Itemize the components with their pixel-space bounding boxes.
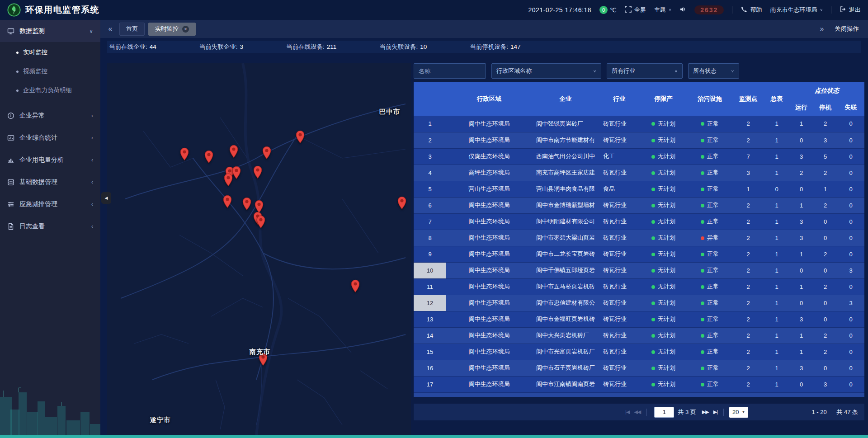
- tabs-scroll-right-button[interactable]: »: [816, 23, 827, 35]
- col-lost[interactable]: 失联: [837, 99, 864, 116]
- cell-region: 阆中生态环境局: [446, 262, 532, 278]
- cell-meters: 1: [764, 230, 789, 246]
- map-pin[interactable]: [256, 216, 266, 231]
- page-size-select[interactable]: 20 ▼: [729, 407, 748, 418]
- table-row[interactable]: 13阆中生态环境局阆中市金福旺页岩机砖砖瓦行业无计划正常21300: [414, 311, 864, 327]
- speaker-button[interactable]: [679, 6, 686, 14]
- map-pin[interactable]: [262, 146, 271, 161]
- tab-realtime-monitoring[interactable]: 实时监控 ×: [148, 23, 196, 36]
- name-filter-input[interactable]: [414, 63, 486, 79]
- theme-dropdown[interactable]: 主题 ∨: [654, 6, 672, 14]
- map-pin[interactable]: [253, 165, 263, 180]
- logout-button[interactable]: 退出: [840, 6, 861, 14]
- table-row[interactable]: 1阆中生态环境局阆中强锐页岩砖厂砖瓦行业无计划正常21120: [414, 116, 864, 132]
- table-row[interactable]: 7阆中生态环境局阆中明阳建材有限公司砖瓦行业无计划正常21300: [414, 213, 864, 230]
- table-row[interactable]: 14阆中生态环境局阆中大兴页岩机砖厂砖瓦行业无计划正常21120: [414, 327, 864, 344]
- fullscreen-button[interactable]: 全屏: [625, 6, 646, 14]
- tabs-scroll-left-button[interactable]: «: [105, 23, 116, 35]
- cell-lost: 0: [837, 344, 864, 360]
- cell-meters: 1: [764, 360, 789, 376]
- sidebar-item-video-monitoring[interactable]: 视频监控: [0, 62, 100, 81]
- col-running[interactable]: 运行: [789, 99, 813, 116]
- industry-filter-select[interactable]: 所有行业 ∨: [607, 63, 683, 79]
- table-row[interactable]: 10阆中生态环境局阆中千佛镇五郎垭页岩砖瓦行业无计划正常21003: [414, 262, 864, 278]
- col-meters[interactable]: 总表: [764, 82, 789, 116]
- table-row[interactable]: 16阆中生态环境局阆中市石子页岩机砖厂砖瓦行业无计划正常21300: [414, 360, 864, 376]
- col-enterprise[interactable]: 企业: [532, 82, 599, 116]
- next-page-button[interactable]: ▶▶: [700, 409, 711, 415]
- cell-lost: 0: [837, 327, 864, 344]
- cell-meters: 1: [764, 344, 789, 360]
- cell-meters: 1: [764, 327, 789, 344]
- cell-lost: 0: [837, 165, 864, 181]
- first-page-button[interactable]: |◀: [623, 409, 632, 415]
- map-pin[interactable]: [397, 197, 406, 212]
- cell-running: 1: [789, 246, 813, 262]
- help-button[interactable]: 帮助: [741, 6, 762, 14]
- col-points[interactable]: 监测点: [732, 82, 764, 116]
- map-pin[interactable]: [295, 130, 305, 145]
- sidebar-section-enterprise-abnormal[interactable]: 企业异常 ‹: [0, 104, 100, 127]
- table-row[interactable]: 5营山生态环境局营山县润丰肉食品有限食品无计划正常10010: [414, 181, 864, 197]
- stat-item: 当前在线设备:211: [286, 43, 336, 51]
- cell-stopped: 2: [813, 197, 837, 213]
- status-filter-select[interactable]: 所有状态 ∨: [688, 63, 739, 79]
- cell-region: 阆中生态环境局: [446, 360, 532, 376]
- alert-count-badge[interactable]: 2632: [694, 5, 724, 14]
- map-pin[interactable]: [223, 195, 232, 210]
- table-row[interactable]: 9阆中生态环境局阆中市二龙长宝页岩砖砖瓦行业无计划正常21120: [414, 246, 864, 262]
- chevron-down-icon: ∨: [89, 28, 93, 34]
- cell-running: 0: [789, 392, 813, 397]
- sidebar-section-emergency-reduction[interactable]: 应急减排管理 ‹: [0, 193, 100, 215]
- region-filter-select[interactable]: 行政区域名称 ∨: [491, 63, 601, 79]
- map-panel[interactable]: 巴中市南充市遂宁市: [107, 63, 411, 435]
- topbar: 环保用电监管系统 2021-02-25 17:46:18 0 ℃ 全屏 主题 ∨…: [0, 0, 868, 20]
- prev-page-button[interactable]: ◀◀: [632, 409, 643, 415]
- sidebar-section-data-monitoring[interactable]: 数据监测 ∨: [0, 20, 100, 42]
- org-dropdown[interactable]: 南充市生态环境局 ∨: [770, 6, 823, 14]
- tab-home[interactable]: 首页: [119, 23, 145, 36]
- status-cell: 正常: [687, 327, 732, 344]
- col-region[interactable]: 行政区域: [446, 82, 532, 116]
- page-number-input[interactable]: [654, 407, 674, 418]
- sidebar-item-realtime-monitoring[interactable]: 实时监控: [0, 43, 100, 62]
- map-collapse-button[interactable]: ◀: [101, 192, 111, 204]
- status-cell: 正常: [687, 132, 732, 148]
- table-row[interactable]: 11阆中生态环境局阆中市五马桥页岩机砖砖瓦行业无计划正常21120: [414, 278, 864, 295]
- chevron-down-icon: ∨: [593, 69, 596, 73]
- map-pin[interactable]: [204, 150, 214, 165]
- status-dot-icon: [651, 334, 655, 338]
- map-pin[interactable]: [179, 147, 189, 162]
- sidebar-section-base-data[interactable]: 基础数据管理 ‹: [0, 171, 100, 193]
- col-production[interactable]: 停限产: [640, 82, 687, 116]
- table-row[interactable]: 17阆中生态环境局阆中市江南镇阆南页岩砖瓦行业无计划正常21030: [414, 376, 864, 392]
- col-stopped[interactable]: 停机: [813, 99, 837, 116]
- table-row[interactable]: 18南部生态环境局南部县页岩机砖有限公砖瓦行业无计划正常21030: [414, 392, 864, 397]
- sidebar-section-enterprise-statistics[interactable]: 企业综合统计 ‹: [0, 127, 100, 149]
- table-row[interactable]: 8阆中生态环境局阆中市枣碧大梁山页岩砖瓦行业无计划异常21300: [414, 230, 864, 246]
- close-operations-button[interactable]: 关闭操作: [835, 25, 859, 33]
- map-pin[interactable]: [242, 197, 252, 212]
- map-pin[interactable]: [224, 173, 233, 188]
- status-cell: 正常: [687, 246, 732, 262]
- total-pages-label: 共 3 页: [678, 408, 696, 416]
- table-row[interactable]: 4高坪生态环境局南充市高坪区王家店建砖瓦行业无计划正常31220: [414, 165, 864, 181]
- table-row[interactable]: 2阆中生态环境局阆中市南方节能建材有砖瓦行业无计划正常21030: [414, 132, 864, 148]
- tab-close-icon[interactable]: ×: [182, 26, 189, 33]
- map-pin[interactable]: [351, 279, 360, 294]
- sidebar-section-label: 企业综合统计: [19, 134, 57, 142]
- table-row[interactable]: 12阆中生态环境局阆中市忠信建材有限公砖瓦行业无计划正常21003: [414, 295, 864, 311]
- table-row[interactable]: 15阆中生态环境局阆中市光富页岩机砖厂砖瓦行业无计划正常21120: [414, 344, 864, 360]
- cell-stopped: 0: [813, 360, 837, 376]
- col-facility[interactable]: 治污设施: [687, 82, 732, 116]
- table-row[interactable]: 6阆中生态环境局阆中市金博瑞新型墙材砖瓦行业无计划正常21120: [414, 197, 864, 213]
- table-row[interactable]: 3仪陇生态环境局西南油气田分公司川中化工无计划正常71350: [414, 148, 864, 165]
- sidebar-section-log-view[interactable]: 日志查看 ‹: [0, 215, 100, 237]
- map-pin[interactable]: [229, 145, 239, 160]
- col-industry[interactable]: 行业: [599, 82, 640, 116]
- cell-points: 2: [732, 327, 764, 344]
- sidebar-item-power-load-detail[interactable]: 企业电力负荷明细: [0, 81, 100, 100]
- sidebar-section-power-analysis[interactable]: 企业用电量分析 ‹: [0, 149, 100, 171]
- last-page-button[interactable]: ▶|: [711, 409, 720, 415]
- map-pin[interactable]: [232, 166, 241, 181]
